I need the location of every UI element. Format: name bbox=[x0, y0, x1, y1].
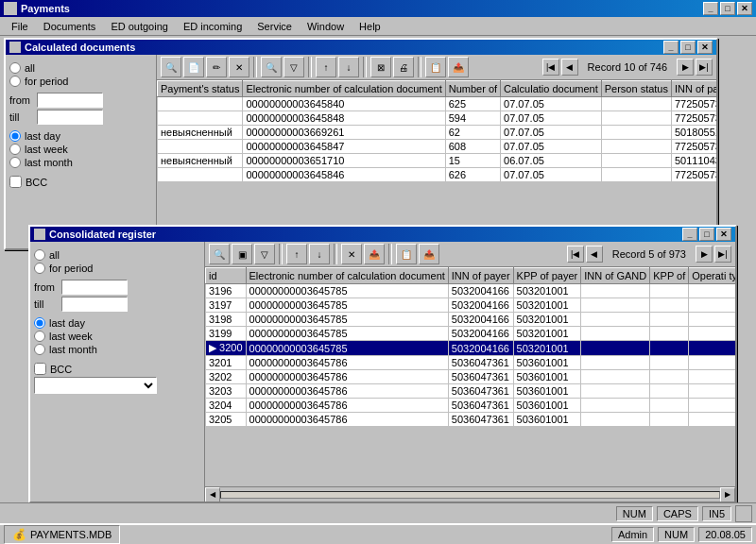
calc-right-panel: 🔍 📄 ✏ ✕ 🔍 ▽ ↑ ↓ ⊠ 🖨 📋 📤 bbox=[157, 55, 716, 248]
radio-last-week[interactable]: last week bbox=[9, 144, 152, 155]
table-row[interactable]: 3198000000000036457855032004166503201001… bbox=[206, 313, 736, 327]
filter-btn[interactable]: 🔍 bbox=[261, 57, 282, 77]
calc-minimize-btn[interactable]: _ bbox=[663, 41, 679, 54]
reg-nav-first[interactable]: |◀ bbox=[567, 246, 584, 263]
calc-table-scroll[interactable]: Payment's status Electronic number of ca… bbox=[157, 80, 716, 248]
calc-table: Payment's status Electronic number of ca… bbox=[157, 80, 716, 182]
consolidated-register-title: Consolidated register bbox=[49, 229, 156, 240]
radio-last-day[interactable]: last day bbox=[9, 130, 152, 142]
radio-last-month[interactable]: last month bbox=[9, 157, 152, 168]
reg-nav-prev[interactable]: ◀ bbox=[586, 246, 603, 263]
reg-toolbar: 🔍 ▣ ▽ ↑ ↓ ✕ 📤 📋 📤 |◀ ◀ Record 5 of 9 bbox=[205, 242, 735, 267]
calc-close-btn[interactable]: ✕ bbox=[697, 41, 713, 54]
reg-minimize-btn[interactable]: _ bbox=[682, 228, 697, 241]
table-row[interactable]: невыясненный000000000036517101506.07.055… bbox=[158, 154, 717, 168]
radio-for-period[interactable]: for period bbox=[9, 76, 152, 87]
table-row[interactable]: 0000000000364584662607.07.05772505731077… bbox=[158, 168, 717, 182]
reg-till-input[interactable] bbox=[61, 297, 128, 312]
menu-help[interactable]: Help bbox=[352, 19, 388, 34]
menu-ed-outgoing[interactable]: ED outgoing bbox=[103, 19, 176, 34]
reg-from-row: from bbox=[34, 280, 200, 295]
reg-sort-asc-btn[interactable]: ↑ bbox=[286, 244, 307, 264]
print-btn[interactable]: 🖨 bbox=[393, 57, 414, 77]
reg-from-input[interactable] bbox=[61, 280, 128, 295]
sep4 bbox=[418, 57, 421, 77]
table-row[interactable]: 3202000000000036457865036047361503601001… bbox=[206, 370, 736, 384]
close-button[interactable]: ✕ bbox=[737, 2, 752, 15]
nav-last[interactable]: ▶| bbox=[696, 59, 713, 76]
maximize-button[interactable]: □ bbox=[720, 2, 735, 15]
nav-first[interactable]: |◀ bbox=[542, 59, 559, 76]
reg-radio-group2: last day last week last month bbox=[34, 314, 200, 359]
reg-radio-group: all for period bbox=[34, 246, 200, 278]
status-num: NUM bbox=[616, 506, 653, 521]
edit-btn[interactable]: ✏ bbox=[206, 57, 227, 77]
table-row[interactable]: 0000000000364584859407.07.05772505731077… bbox=[158, 111, 717, 126]
reg-search-btn[interactable]: 🔍 bbox=[209, 244, 230, 264]
table-row[interactable]: 3199000000000036457855032004166503201001… bbox=[206, 327, 736, 341]
sort-asc-btn[interactable]: ↑ bbox=[316, 57, 336, 77]
copy-btn[interactable]: 📋 bbox=[425, 57, 446, 77]
scrollbar-right-btn[interactable]: ▶ bbox=[720, 487, 735, 502]
table-row[interactable]: 3203000000000036457865036047361503601001… bbox=[206, 384, 736, 399]
reg-close-btn[interactable]: ✕ bbox=[716, 228, 731, 241]
calc-till-input[interactable] bbox=[37, 110, 103, 125]
reg-bcc-checkbox[interactable]: BCC bbox=[34, 363, 200, 375]
table-row[interactable]: невыясненный000000000036692616207.07.055… bbox=[158, 126, 717, 140]
table-row[interactable]: ▶ 32000000000000364578550320041665032010… bbox=[206, 341, 736, 356]
delete-btn[interactable]: ✕ bbox=[229, 57, 249, 77]
doc-btn[interactable]: 📄 bbox=[183, 57, 204, 77]
menu-documents[interactable]: Documents bbox=[36, 19, 104, 34]
table-row[interactable]: 3205000000000036457865036047361503601001… bbox=[206, 413, 736, 427]
calc-from-input[interactable] bbox=[37, 93, 103, 108]
reg-radio-last-week[interactable]: last week bbox=[34, 331, 200, 342]
reg-radio-for-period[interactable]: for period bbox=[34, 263, 200, 274]
reg-copy-btn[interactable]: 📋 bbox=[396, 244, 417, 264]
reg-sort-desc-btn[interactable]: ↓ bbox=[309, 244, 330, 264]
search-btn[interactable]: 🔍 bbox=[161, 57, 181, 77]
calculated-docs-title: Calculated documents bbox=[25, 42, 135, 53]
sort-desc-btn[interactable]: ↓ bbox=[338, 57, 359, 77]
table-row[interactable]: 0000000000364584062507.07.05772505731077… bbox=[158, 97, 717, 111]
reg-nav-last[interactable]: ▶| bbox=[714, 246, 731, 263]
taskbar-user: Admin bbox=[611, 527, 654, 542]
bcc-checkbox[interactable]: BCC bbox=[9, 176, 152, 188]
table-row[interactable]: 3201000000000036457865036047361503601001… bbox=[206, 356, 736, 370]
reg-radio-last-day[interactable]: last day bbox=[34, 317, 200, 329]
col-perstatus: Person status bbox=[601, 81, 671, 97]
nav-prev[interactable]: ◀ bbox=[561, 59, 578, 76]
send-btn[interactable]: 📤 bbox=[448, 57, 469, 77]
menu-window[interactable]: Window bbox=[300, 19, 352, 34]
reg-send-btn[interactable]: 📤 bbox=[419, 244, 439, 264]
table-row[interactable]: 0000000000364584760807.07.05772505731077… bbox=[158, 140, 717, 154]
reg-bcc-dropdown[interactable] bbox=[34, 377, 157, 394]
reg-filter-btn[interactable]: ▣ bbox=[232, 244, 252, 264]
reg-radio-all[interactable]: all bbox=[34, 249, 200, 261]
col-inn: INN of payer bbox=[672, 81, 717, 97]
reg-scrollbar-h[interactable]: ◀ ▶ bbox=[205, 486, 735, 502]
reg-radio-last-month[interactable]: last month bbox=[34, 344, 200, 355]
taskbar-app-item[interactable]: 💰 PAYMENTS.MDB bbox=[4, 525, 120, 544]
radio-all[interactable]: all bbox=[9, 62, 152, 74]
scrollbar-track[interactable] bbox=[220, 491, 720, 499]
scrollbar-left-btn[interactable]: ◀ bbox=[205, 487, 220, 502]
filter2-btn[interactable]: ▽ bbox=[284, 57, 304, 77]
reg-export-btn[interactable]: 📤 bbox=[364, 244, 385, 264]
table-row[interactable]: 3197000000000036457855032004166503201001… bbox=[206, 298, 736, 313]
table-row[interactable]: 3196000000000036457855032004166503201001… bbox=[206, 284, 736, 298]
nav-next[interactable]: ▶ bbox=[677, 59, 694, 76]
calc-maximize-btn[interactable]: □ bbox=[680, 41, 696, 54]
table-row[interactable]: 3204000000000036457865036047361503601001… bbox=[206, 399, 736, 413]
minimize-button[interactable]: _ bbox=[703, 2, 718, 15]
reg-maximize-btn[interactable]: □ bbox=[699, 228, 714, 241]
reg-col-elnum: Electronic number of calculation documen… bbox=[246, 268, 448, 284]
reg-table-scroll[interactable]: id Electronic number of calculation docu… bbox=[205, 267, 735, 486]
reg-filter2-btn[interactable]: ▽ bbox=[254, 244, 275, 264]
export-btn[interactable]: ⊠ bbox=[370, 57, 391, 77]
reg-delete-btn[interactable]: ✕ bbox=[341, 244, 362, 264]
reg-nav-next[interactable]: ▶ bbox=[696, 246, 713, 263]
consolidated-register-panel: Consolidated register _ □ ✕ all for peri… bbox=[28, 225, 737, 503]
menu-service[interactable]: Service bbox=[249, 19, 300, 34]
menu-file[interactable]: File bbox=[4, 19, 36, 34]
menu-ed-incoming[interactable]: ED incoming bbox=[176, 19, 249, 34]
